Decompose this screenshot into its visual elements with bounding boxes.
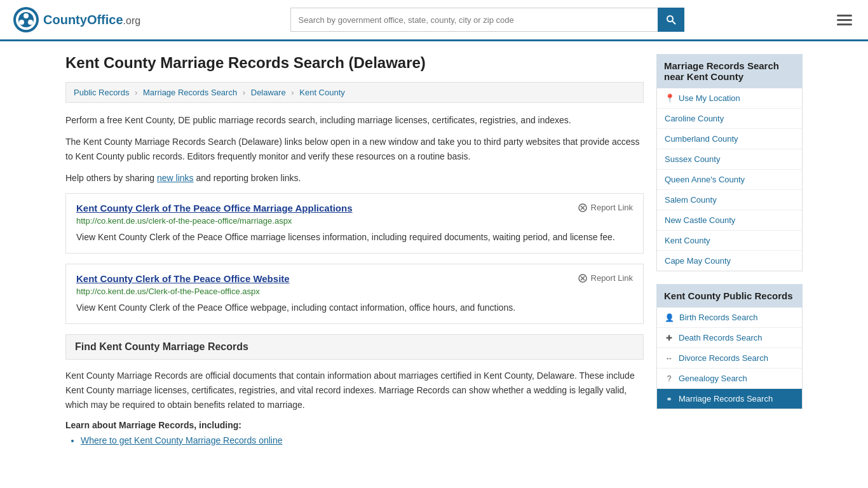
sidebar-item-salem: Salem County [657, 190, 802, 210]
use-my-location-link[interactable]: Use My Location [679, 93, 740, 103]
report-link-2[interactable]: Report Link [578, 273, 633, 283]
breadcrumb-marriage-records[interactable]: Marriage Records Search [143, 88, 237, 97]
sidebar-nearby-list: 📍 Use My Location Caroline County Cumber… [656, 88, 803, 271]
breadcrumb: Public Records › Marriage Records Search… [65, 82, 644, 103]
sidebar-death-records: ✚ Death Records Search [657, 328, 802, 348]
sidebar-item-cape-may: Cape May County [657, 251, 802, 271]
location-pin-icon: 📍 [665, 93, 675, 103]
bullet-item-1[interactable]: Where to get Kent County Marriage Record… [81, 435, 644, 445]
learn-bullets: Where to get Kent County Marriage Record… [81, 435, 644, 445]
breadcrumb-sep: › [243, 88, 245, 97]
breadcrumb-delaware[interactable]: Delaware [251, 88, 286, 97]
report-icon [578, 203, 588, 213]
sidebar-item-sussex: Sussex County [657, 149, 802, 170]
svg-point-3 [24, 13, 29, 18]
sidebar-marriage-records: ⚭ Marriage Records Search [657, 389, 802, 409]
page-wrapper: Kent County Marriage Records Search (Del… [53, 41, 815, 461]
sidebar-section-records: Kent County Public Records 👤 Birth Recor… [656, 284, 803, 409]
intro-paragraph-3: Help others by sharing new links and rep… [65, 171, 644, 185]
menu-line [837, 19, 852, 21]
link-card-desc-2: View Kent County Clerk of the Peace Offi… [76, 301, 633, 315]
salem-county-link[interactable]: Salem County [665, 195, 717, 205]
menu-line [837, 15, 852, 17]
death-records-link[interactable]: Death Records Search [679, 333, 763, 342]
sidebar-item-queen-annes: Queen Anne's County [657, 170, 802, 190]
search-input[interactable] [290, 8, 658, 32]
sidebar-item-caroline: Caroline County [657, 109, 802, 129]
link-card-url-2: http://co.kent.de.us/Clerk-of-the-Peace-… [76, 287, 633, 296]
header: CountyOffice.org [0, 0, 868, 41]
marriage-records-link[interactable]: Marriage Records Search [679, 394, 773, 403]
sidebar-records-list: 👤 Birth Records Search ✚ Death Records S… [656, 308, 803, 409]
menu-line [837, 24, 852, 25]
logo-text: CountyOffice.org [43, 13, 140, 27]
death-icon: ✚ [665, 334, 674, 342]
logo-area: CountyOffice.org [13, 6, 140, 33]
report-label-1: Report Link [591, 203, 633, 212]
search-icon [666, 15, 676, 25]
breadcrumb-sep: › [291, 88, 294, 97]
sidebar-birth-records: 👤 Birth Records Search [657, 308, 802, 328]
link-card-url-1: http://co.kent.de.us/clerk-of-the-peace-… [76, 216, 633, 226]
new-links-link[interactable]: new links [157, 173, 194, 183]
sidebar-item-kent: Kent County [657, 231, 802, 251]
svg-point-5 [28, 20, 33, 25]
main-content: Kent County Marriage Records Search (Del… [65, 54, 644, 448]
link-card-1: Kent County Clerk of The Peace Office Ma… [65, 193, 644, 254]
page-title: Kent County Marriage Records Search (Del… [65, 54, 644, 72]
divorce-icon: ↔ [665, 354, 674, 363]
birth-icon: 👤 [665, 313, 674, 322]
divorce-records-link[interactable]: Divorce Records Search [679, 353, 768, 363]
cape-may-county-link[interactable]: Cape May County [665, 256, 731, 266]
new-castle-county-link[interactable]: New Castle County [665, 215, 735, 225]
link-card-header-1: Kent County Clerk of The Peace Office Ma… [76, 203, 633, 214]
find-section-header: Find Kent County Marriage Records [65, 334, 644, 360]
genealogy-icon: ? [665, 374, 674, 383]
intro-paragraph-1: Perform a free Kent County, DE public ma… [65, 113, 644, 127]
sidebar-genealogy: ? Genealogy Search [657, 369, 802, 389]
intro-paragraph-2: The Kent County Marriage Records Search … [65, 135, 644, 163]
intro3-pre: Help others by sharing [65, 173, 157, 183]
sidebar-section1-title: Marriage Records Search near Kent County [656, 54, 803, 88]
genealogy-link[interactable]: Genealogy Search [679, 374, 747, 383]
svg-point-4 [19, 20, 24, 25]
queen-annes-county-link[interactable]: Queen Anne's County [665, 175, 745, 184]
svg-line-7 [672, 21, 675, 24]
link-card-header-2: Kent County Clerk of The Peace Office We… [76, 273, 633, 284]
learn-label: Learn about Marriage Records, including: [65, 420, 644, 430]
sussex-county-link[interactable]: Sussex County [665, 154, 720, 164]
birth-records-link[interactable]: Birth Records Search [679, 313, 758, 322]
sidebar-use-location[interactable]: 📍 Use My Location [657, 88, 802, 109]
link-card-title-2[interactable]: Kent County Clerk of The Peace Office We… [76, 273, 290, 284]
svg-point-6 [667, 16, 673, 22]
find-body-text: Kent County Marriage Records are officia… [65, 369, 644, 412]
sidebar-item-cumberland: Cumberland County [657, 129, 802, 149]
search-area [290, 8, 684, 32]
breadcrumb-public-records[interactable]: Public Records [74, 88, 129, 97]
intro3-post: and reporting broken links. [194, 173, 301, 183]
breadcrumb-sep: › [135, 88, 137, 97]
menu-button[interactable] [834, 11, 855, 29]
cumberland-county-link[interactable]: Cumberland County [665, 134, 738, 144]
report-icon-2 [578, 273, 588, 283]
sidebar-section-nearby: Marriage Records Search near Kent County… [656, 54, 803, 271]
report-link-1[interactable]: Report Link [578, 203, 633, 213]
sidebar: Marriage Records Search near Kent County… [656, 54, 803, 448]
link-card-title-1[interactable]: Kent County Clerk of The Peace Office Ma… [76, 203, 353, 214]
caroline-county-link[interactable]: Caroline County [665, 114, 724, 123]
sidebar-section2-title: Kent County Public Records [656, 284, 803, 308]
kent-county-link[interactable]: Kent County [665, 236, 710, 245]
sidebar-item-new-castle: New Castle County [657, 210, 802, 231]
link-card-2: Kent County Clerk of The Peace Office We… [65, 264, 644, 324]
search-button[interactable] [658, 8, 684, 32]
sidebar-divorce-records: ↔ Divorce Records Search [657, 348, 802, 369]
breadcrumb-kent-county[interactable]: Kent County [299, 88, 345, 97]
logo-icon [13, 6, 39, 33]
marriage-icon: ⚭ [665, 395, 674, 403]
link-card-desc-1: View Kent County Clerk of the Peace Offi… [76, 231, 633, 244]
report-label-2: Report Link [591, 273, 633, 283]
